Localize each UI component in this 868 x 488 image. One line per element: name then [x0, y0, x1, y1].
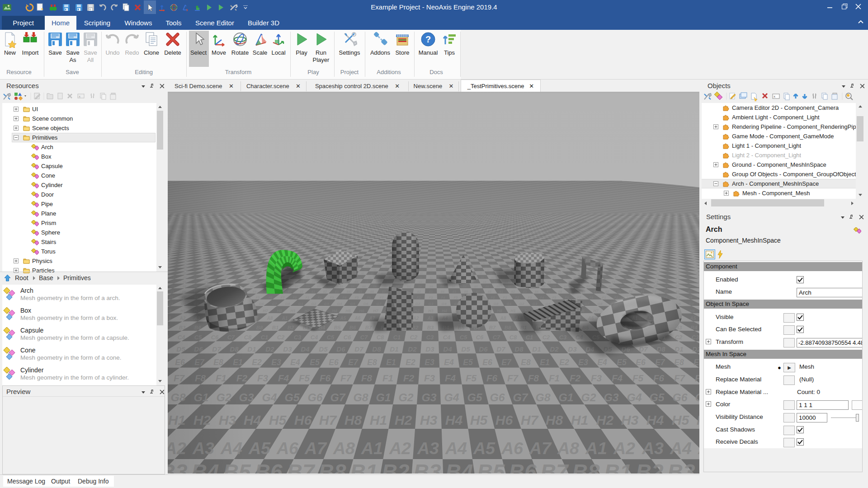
- svg-text:E3: E3: [425, 358, 434, 367]
- svg-text:E2: E2: [511, 290, 515, 293]
- svg-text:C8: C8: [377, 334, 384, 341]
- svg-text:B8: B8: [646, 276, 649, 279]
- svg-text:F3: F3: [591, 373, 602, 383]
- svg-text:C1: C1: [665, 281, 668, 283]
- svg-text:G4: G4: [442, 302, 447, 306]
- svg-text:D1: D1: [586, 285, 590, 288]
- svg-text:D8: D8: [514, 345, 524, 353]
- svg-text:E4: E4: [597, 358, 607, 367]
- svg-text:A5: A5: [607, 272, 610, 275]
- svg-text:D2: D2: [408, 345, 417, 353]
- svg-text:C8: C8: [509, 334, 517, 341]
- svg-text:G3: G3: [429, 302, 434, 306]
- svg-text:D5: D5: [631, 285, 635, 288]
- svg-text:F2: F2: [570, 373, 581, 383]
- svg-text:D2: D2: [687, 285, 691, 288]
- svg-text:E2: E2: [559, 358, 569, 367]
- svg-text:E1: E1: [688, 290, 692, 293]
- svg-text:D8: D8: [665, 285, 668, 288]
- svg-text:F8: F8: [695, 373, 699, 383]
- svg-text:A4: A4: [676, 272, 679, 275]
- svg-text:C4: C4: [612, 281, 615, 283]
- svg-text:G6: G6: [676, 266, 679, 268]
- svg-text:G8: G8: [494, 302, 499, 306]
- svg-text:G2: G2: [494, 266, 496, 268]
- svg-text:H5: H5: [470, 413, 488, 427]
- svg-text:D3: D3: [568, 345, 577, 353]
- svg-text:D2: D2: [508, 285, 511, 288]
- svg-text:C5: C5: [623, 281, 626, 283]
- svg-text:A8: A8: [500, 316, 506, 321]
- svg-text:G6: G6: [363, 302, 368, 306]
- svg-text:B3: B3: [430, 276, 433, 279]
- svg-text:B4: B4: [446, 460, 473, 474]
- svg-text:G2: G2: [398, 391, 413, 404]
- svg-text:A3: A3: [417, 439, 439, 458]
- svg-text:G5: G5: [667, 266, 670, 268]
- svg-text:A5: A5: [473, 439, 495, 458]
- svg-text:H3: H3: [420, 413, 438, 427]
- svg-text:G2: G2: [519, 302, 524, 306]
- svg-text:E6: E6: [370, 290, 374, 293]
- svg-text:E3: E3: [617, 290, 621, 293]
- svg-text:H7: H7: [695, 269, 698, 271]
- svg-text:E3: E3: [363, 260, 365, 262]
- svg-text:E7: E7: [476, 290, 480, 293]
- svg-text:F5: F5: [632, 373, 644, 383]
- svg-text:A5: A5: [686, 272, 689, 275]
- svg-text:F8: F8: [361, 373, 373, 383]
- svg-text:C4: C4: [443, 334, 451, 341]
- svg-text:E4: E4: [441, 290, 444, 293]
- svg-text:C3: C3: [687, 281, 690, 283]
- svg-text:E3: E3: [566, 260, 568, 262]
- svg-text:G7: G7: [585, 302, 590, 306]
- svg-text:F7: F7: [380, 296, 384, 300]
- svg-text:E5: E5: [651, 260, 653, 262]
- svg-text:G6: G6: [385, 266, 387, 268]
- svg-text:B2: B2: [666, 276, 669, 279]
- svg-text:H6: H6: [686, 269, 689, 271]
- svg-text:H5: H5: [676, 269, 679, 271]
- svg-text:B4: B4: [687, 276, 690, 279]
- svg-text:G1: G1: [558, 391, 573, 404]
- svg-text:A1: A1: [646, 272, 649, 275]
- svg-text:G1: G1: [507, 302, 512, 306]
- svg-text:B2: B2: [636, 460, 664, 474]
- svg-text:H2: H2: [420, 269, 423, 271]
- svg-text:G8: G8: [535, 391, 550, 404]
- svg-text:H8: H8: [553, 269, 556, 271]
- svg-text:A6: A6: [501, 439, 524, 458]
- svg-text:E2: E2: [422, 260, 424, 262]
- svg-text:H8: H8: [629, 269, 632, 271]
- svg-text:B3: B3: [676, 276, 679, 279]
- svg-text:F1: F1: [483, 263, 485, 265]
- svg-text:D8: D8: [656, 345, 665, 353]
- svg-text:C1: C1: [494, 281, 497, 283]
- svg-text:B1: B1: [491, 276, 495, 279]
- svg-text:G5: G5: [649, 391, 665, 404]
- svg-text:F8: F8: [689, 296, 693, 300]
- svg-text:H8: H8: [497, 309, 502, 313]
- svg-text:B7: B7: [635, 276, 638, 279]
- svg-text:F8: F8: [590, 296, 594, 300]
- svg-text:D4: D4: [620, 285, 623, 288]
- svg-text:A3: A3: [429, 272, 433, 275]
- svg-text:D7: D7: [496, 345, 505, 353]
- svg-text:G5: G5: [467, 391, 482, 404]
- svg-text:H1: H1: [487, 269, 490, 271]
- svg-text:E4: E4: [575, 260, 576, 262]
- svg-text:E8: E8: [609, 260, 610, 262]
- svg-text:D5: D5: [452, 285, 455, 288]
- svg-text:H5: H5: [373, 269, 376, 271]
- svg-text:C5: C5: [460, 334, 467, 341]
- svg-text:E1: E1: [481, 260, 483, 262]
- svg-text:D1: D1: [676, 285, 679, 288]
- svg-text:B1: B1: [604, 460, 632, 474]
- svg-text:A1: A1: [361, 439, 383, 458]
- svg-text:H2: H2: [648, 269, 651, 271]
- svg-text:H7: H7: [593, 309, 599, 313]
- svg-text:E7: E7: [382, 290, 386, 293]
- svg-text:G4: G4: [444, 391, 459, 404]
- svg-text:E3: E3: [429, 290, 433, 293]
- svg-text:E3: E3: [523, 290, 527, 293]
